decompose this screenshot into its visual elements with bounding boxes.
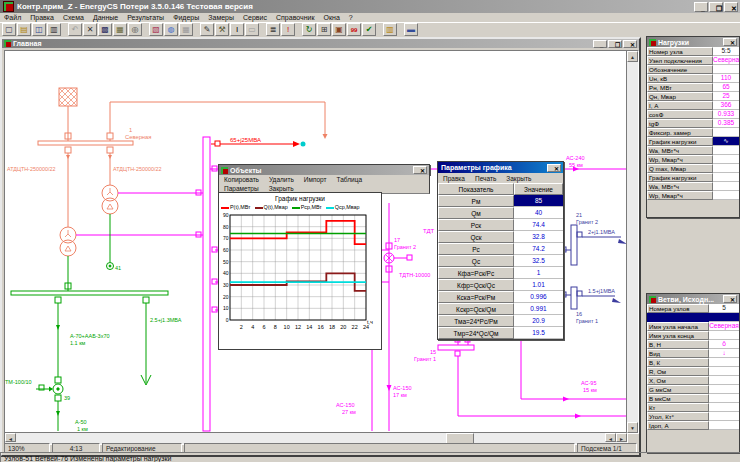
property-value-cell[interactable] <box>709 403 739 412</box>
scroll-right-icon[interactable]: ► <box>616 433 627 442</box>
property-name-cell[interactable]: Фиксир. замер <box>647 128 713 137</box>
param-value-cell[interactable]: 32.8 <box>514 231 563 243</box>
property-name-cell[interactable]: G мкСм <box>647 385 709 394</box>
menu-item[interactable]: Окна <box>320 14 344 21</box>
property-value-cell[interactable] <box>709 385 739 394</box>
params-table-row[interactable]: Кскр=Qск/Qм 0.991 <box>438 303 563 315</box>
branches-table-row[interactable]: G мкСм <box>647 385 739 394</box>
params-window-titlebar[interactable]: Параметры графика ✕ <box>438 162 563 173</box>
menu-item[interactable]: Фидеры <box>169 14 203 21</box>
property-name-cell[interactable]: В, Н <box>647 340 709 349</box>
property-name-cell[interactable]: Обозначение <box>647 65 713 74</box>
menu-item[interactable]: Закрыть <box>264 185 299 192</box>
menu-item[interactable]: Результаты <box>123 14 168 21</box>
loads-table-row[interactable]: Wa, МВт*ч <box>647 182 739 191</box>
copy-button[interactable]: ▩ <box>98 23 112 36</box>
table-button[interactable]: ≣ <box>266 23 280 36</box>
close-icon[interactable]: ✕ <box>547 164 561 172</box>
loads-table-row[interactable]: Wp, Мвар*ч <box>647 191 739 200</box>
param-name-cell[interactable]: Qм <box>438 207 514 219</box>
property-value-cell[interactable] <box>713 155 739 164</box>
globe-button[interactable]: ◍ <box>164 23 178 36</box>
palette-button[interactable]: ▧ <box>149 23 163 36</box>
params-table-row[interactable]: Кска=Рск/Рм 0.996 <box>438 291 563 303</box>
property-name-cell[interactable]: График нагрузки <box>647 173 713 182</box>
menu-item[interactable]: Печать <box>470 175 501 182</box>
params-table-row[interactable]: Рс 74.2 <box>438 243 563 255</box>
property-name-cell[interactable]: В мкСм <box>647 394 709 403</box>
param-name-cell[interactable]: Тмр=24*Qс/Qм <box>438 327 514 339</box>
property-value-cell[interactable] <box>713 146 739 155</box>
property-name-cell[interactable]: I, А <box>647 101 713 110</box>
loads-table-row[interactable]: Wa, МВт*ч <box>647 146 739 155</box>
loads-table-row[interactable]: Uн, кВ 110 <box>647 74 739 83</box>
param-value-cell[interactable]: 0.996 <box>514 291 563 303</box>
property-name-cell[interactable]: Номера узлов <box>647 304 709 313</box>
open-button[interactable]: ▤ <box>17 23 31 36</box>
property-value-cell[interactable] <box>709 367 739 376</box>
property-name-cell[interactable]: Вид <box>647 349 709 358</box>
property-value-cell[interactable] <box>709 394 739 403</box>
menu-item[interactable]: Правка <box>438 175 470 182</box>
property-name-cell[interactable]: Угол, Кт° <box>647 412 709 421</box>
print-button[interactable]: ▥ <box>47 23 61 36</box>
params-table-row[interactable]: Тма=24*Рс/Рм 20.9 <box>438 315 563 327</box>
property-value-cell[interactable]: ō <box>709 340 739 349</box>
param-value-cell[interactable]: 85 <box>514 195 563 207</box>
property-value-cell[interactable] <box>709 331 739 340</box>
menu-item[interactable]: Параметры <box>219 185 264 192</box>
property-name-cell[interactable]: tgФ <box>647 119 713 128</box>
property-value-cell[interactable] <box>713 173 739 182</box>
calculate-button[interactable]: ! <box>281 23 295 36</box>
loads-table-row[interactable]: Pн, МВт 65 <box>647 83 739 92</box>
loads-table-row[interactable]: Q max, Мвар <box>647 164 739 173</box>
properties-button[interactable]: ▣ <box>332 23 346 36</box>
property-name-cell[interactable]: В, К <box>647 358 709 367</box>
param-value-cell[interactable]: 32.5 <box>514 255 563 267</box>
params-table-row[interactable]: Qм 40 <box>438 207 563 219</box>
property-value-cell[interactable]: ↓ <box>709 349 739 358</box>
param-name-cell[interactable]: Тма=24*Рс/Рм <box>438 315 514 327</box>
loads-table-row[interactable]: Номер узла 5:5 <box>647 47 739 56</box>
notebook-button[interactable]: ▥ <box>383 23 397 36</box>
menu-item[interactable]: ? <box>345 14 357 21</box>
property-value-cell[interactable]: 5 <box>709 304 739 313</box>
menu-item[interactable]: Импорт <box>299 176 332 183</box>
property-name-cell[interactable]: Wp, Мвар*ч <box>647 191 713 200</box>
area-button[interactable]: ▭ <box>245 23 259 36</box>
loads-table-row[interactable]: cosФ 0.933 <box>647 110 739 119</box>
property-value-cell[interactable]: 0.933 <box>713 110 739 119</box>
property-name-cell[interactable]: Кт <box>647 403 709 412</box>
refresh-button[interactable]: ↻ <box>302 23 316 36</box>
close-icon[interactable]: ✕ <box>723 295 737 303</box>
menu-item[interactable]: Удалить <box>264 176 299 183</box>
text-tool-button[interactable]: I <box>230 23 244 36</box>
property-value-cell[interactable] <box>709 358 739 367</box>
param-name-cell[interactable]: Рм <box>438 195 514 207</box>
property-value-cell[interactable] <box>709 313 739 322</box>
minimize-button[interactable]: _ <box>593 40 607 48</box>
property-value-cell[interactable]: 65 <box>713 83 739 92</box>
property-name-cell[interactable]: R, Ом <box>647 367 709 376</box>
params-table-row[interactable]: Рск 74.4 <box>438 219 563 231</box>
param-name-cell[interactable]: Qс <box>438 255 514 267</box>
objects-window-titlebar[interactable]: Объекты ✕ <box>218 164 430 175</box>
selected-load[interactable]: 65+j25МВА <box>211 137 306 147</box>
property-name-cell[interactable]: Pн, МВт <box>647 83 713 92</box>
param-value-cell[interactable]: 74.4 <box>514 219 563 231</box>
menu-item[interactable]: Закрыть <box>501 175 536 182</box>
menu-item[interactable]: Правка <box>26 14 58 21</box>
params-table-row[interactable]: Qск 32.8 <box>438 231 563 243</box>
draw-line-button[interactable]: ✎ <box>200 23 214 36</box>
minimize-button[interactable]: _ <box>694 2 708 12</box>
property-name-cell[interactable]: Q max, Мвар <box>647 164 713 173</box>
ninetynine-button[interactable]: 99 <box>347 23 361 36</box>
property-value-cell[interactable] <box>713 191 739 200</box>
restore-button[interactable]: ❐ <box>709 2 723 12</box>
scroll-up-icon[interactable]: ▲ <box>627 51 638 62</box>
menu-item[interactable]: Данные <box>89 14 122 21</box>
close-icon[interactable]: ✕ <box>413 166 427 174</box>
paste-button[interactable]: ▦ <box>113 23 127 36</box>
property-name-cell[interactable]: Узел подключения <box>647 56 713 65</box>
check-button[interactable]: ✔ <box>362 23 376 36</box>
